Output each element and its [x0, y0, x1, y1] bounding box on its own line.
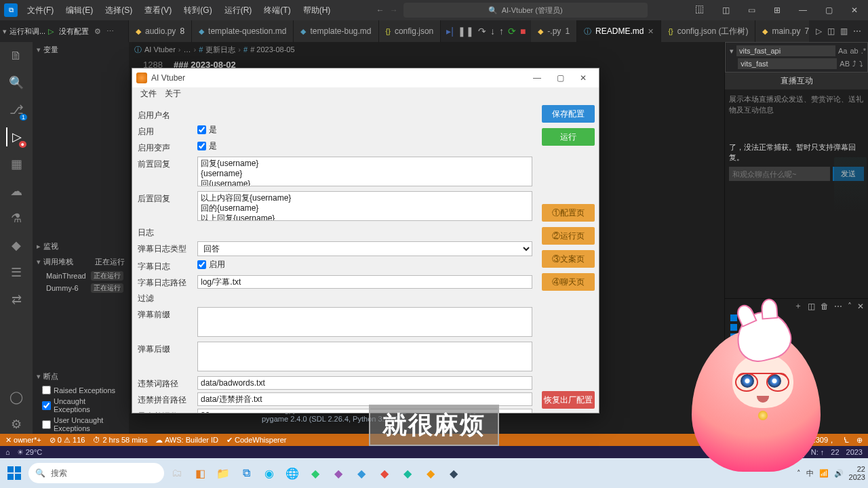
menu-edit[interactable]: 编辑(E) [60, 2, 98, 19]
run-config[interactable]: 没有配置 [59, 26, 89, 37]
close-icon[interactable]: ✕ [857, 302, 864, 311]
whole-word-icon[interactable]: ab [850, 47, 858, 55]
debug-stepout-icon[interactable]: ↑ [499, 26, 504, 37]
status-cursor[interactable]: 行 1309， [802, 435, 835, 445]
replace-one-icon[interactable]: ⤴ [852, 60, 856, 68]
tab-config-worktree[interactable]: {}config.json (工作树) [661, 20, 755, 42]
breakpoint-row[interactable]: User Uncaught Exceptions [33, 415, 129, 434]
task-app8-icon[interactable]: ◆ [443, 463, 464, 483]
gear-icon[interactable]: ⚙ [92, 27, 104, 36]
bp-checkbox[interactable] [42, 401, 51, 410]
layout-icon-3[interactable]: ▭ [739, 1, 764, 20]
search-icon[interactable]: 🔍 [7, 73, 26, 92]
task-folder-icon[interactable]: 📁 [213, 463, 233, 483]
tab-main-py[interactable]: ◆main.py7 [755, 20, 809, 42]
explorer-icon[interactable]: 🗎 [7, 46, 26, 65]
chevron-down-icon[interactable]: ▾ [0, 27, 9, 36]
app-menu[interactable]: 文件(F) 编辑(E) 选择(S) 查看(V) 转到(G) 运行(R) 终端(T… [22, 2, 336, 19]
breadcrumbs[interactable]: ⓘ AI Vtuber› …› # 更新日志› # # 2023-08-05 [129, 42, 724, 57]
terminal-row[interactable]: cmd [725, 351, 868, 361]
menu-terminal[interactable]: 终端(T) [258, 2, 296, 19]
page-config-button[interactable]: ①配置页 [542, 204, 595, 222]
tray-volume-icon[interactable]: 🔊 [834, 469, 844, 478]
debug-restart-icon[interactable]: ⟳ [508, 26, 516, 37]
tab-dash-py[interactable]: ◆-.py1 [531, 20, 577, 42]
menu-help[interactable]: 帮助(H) [298, 2, 336, 19]
menu-goto[interactable]: 转到(G) [178, 2, 217, 19]
tab-template-bug[interactable]: ◆template-bug.md [294, 20, 378, 42]
dialog-menu-file[interactable]: 文件 [138, 87, 159, 101]
task-app2-icon[interactable]: ◆ [305, 463, 326, 483]
nav-back-icon[interactable]: ← [376, 5, 384, 15]
tray-wifi-icon[interactable]: 📶 [819, 469, 829, 478]
menu-view[interactable]: 查看(V) [139, 2, 177, 19]
task-app6-icon[interactable]: ◆ [397, 463, 418, 483]
section-callstack[interactable]: ▾调用堆栈正在运行 [33, 254, 129, 270]
page-text-button[interactable]: ③文案页 [542, 250, 595, 268]
terminal-row[interactable]: cmd [725, 323, 868, 332]
debug-toolbar[interactable]: ▸| ❚❚ ↷ ↓ ↑ ⟳ ■ [441, 20, 531, 42]
minimize-icon[interactable]: — [791, 1, 815, 20]
preview-icon[interactable]: ▥ [840, 26, 848, 36]
debug-pause-icon[interactable]: ❚❚ [458, 26, 474, 37]
enable-checkbox[interactable] [197, 125, 206, 134]
page-run-button[interactable]: ②运行页 [542, 227, 595, 245]
tab-config-json[interactable]: {}config.json [379, 20, 441, 42]
tab-template-question[interactable]: ◆template-question.md [192, 20, 294, 42]
badwords-input[interactable] [197, 376, 532, 390]
settings-icon[interactable]: ⚙ [7, 415, 26, 434]
dialog-close-icon[interactable]: ✕ [572, 70, 595, 85]
debug-icon[interactable]: ▷● [6, 127, 25, 146]
status-branch[interactable]: ✕ owner*+ [5, 436, 41, 445]
dialog-maximize-icon[interactable]: ▢ [549, 70, 572, 85]
danmu-type-select[interactable]: 回答 [197, 241, 532, 256]
status-time[interactable]: ⏱ 2 hrs 58 mins [93, 436, 147, 444]
tray-chevron-icon[interactable]: ˄ [797, 469, 801, 478]
status-bell-icon[interactable]: ⊕ [856, 436, 863, 445]
trash-icon[interactable]: 🗑 [821, 302, 829, 311]
windows-taskbar[interactable]: 🔍搜索 🗂 ◧ 📁 ⧉ ◉ 🌐 ◆ ◆ ◆ ◆ ◆ ◆ ◆ ˄ 中 📶 🔊 22… [0, 458, 868, 488]
split-terminal-icon[interactable]: ◫ [808, 302, 815, 311]
breakpoint-row[interactable]: Raised Exceptions [33, 384, 129, 396]
bp-checkbox[interactable] [42, 386, 51, 394]
bookmark-icon[interactable]: ☰ [7, 263, 26, 282]
regex-icon[interactable]: .* [861, 47, 866, 55]
chevron-down-icon[interactable]: ▾ [730, 47, 734, 56]
debug-continue-icon[interactable]: ▸| [446, 26, 454, 37]
test-icon[interactable]: ⚗ [7, 209, 26, 228]
scm-icon[interactable]: ⎇1 [7, 100, 26, 119]
section-variables[interactable]: ▾变量 [33, 42, 129, 58]
sys-home-icon[interactable]: ⌂ [5, 448, 10, 456]
debug-stepover-icon[interactable]: ↷ [478, 26, 486, 37]
task-app4-icon[interactable]: ◆ [351, 463, 372, 483]
crumb[interactable]: … [184, 45, 191, 54]
danmu-suffix-textarea[interactable] [197, 342, 532, 371]
badpinyin-input[interactable] [197, 392, 532, 406]
sys-weather[interactable]: ☀ 29°C [17, 448, 43, 457]
menu-select[interactable]: 选择(S) [100, 2, 138, 19]
reset-button[interactable]: 恢复出厂配置 [542, 391, 595, 409]
run-file-icon[interactable]: ▷ [816, 26, 822, 36]
voicechange-checkbox[interactable] [197, 142, 206, 150]
task-app3-icon[interactable]: ◆ [328, 463, 349, 483]
nav-fwd-icon[interactable]: → [390, 5, 398, 15]
misc-icon[interactable]: ⇄ [7, 290, 26, 309]
subtitle-log-checkbox[interactable] [197, 260, 206, 269]
thread-row[interactable]: Dummy-6正在运行 [33, 282, 129, 294]
status-aws[interactable]: ☁ AWS: Builder ID [155, 436, 218, 445]
match-case-icon[interactable]: Aa [838, 47, 847, 55]
crumb[interactable]: AI Vtuber [144, 45, 176, 54]
task-explorer-icon[interactable]: 🗂 [167, 463, 187, 483]
more-icon[interactable]: ⋯ [104, 27, 117, 36]
chevron-up-icon[interactable]: ˄ [848, 302, 852, 311]
task-edge-icon[interactable]: ◉ [259, 463, 279, 483]
tray-clock[interactable]: 222023 [849, 465, 865, 481]
dialog-menu[interactable]: 文件 关于 [132, 87, 599, 101]
layout-icon[interactable]: ⿲ [688, 1, 712, 20]
statusbar-system[interactable]: ⌂ ☀ 29°C RAM 85% CPU ▓ N: ↑ 22 2023 [0, 446, 868, 458]
section-breakpoints[interactable]: ▾断点 [33, 369, 129, 384]
terminal-row[interactable]: powershell [725, 313, 868, 323]
run-config-row[interactable]: ▾ 运行和调... ▷ 没有配置 ⚙ ⋯ [0, 20, 129, 42]
find-input[interactable] [736, 45, 835, 56]
breakpoint-row[interactable]: Uncaught Exceptions [33, 396, 129, 415]
